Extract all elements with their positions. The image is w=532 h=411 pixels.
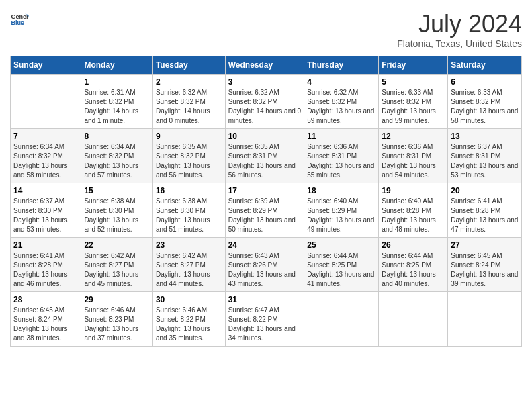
calendar-cell: 10 Sunrise: 6:35 AM Sunset: 8:31 PM Dayl… (225, 129, 304, 183)
calendar-cell: 2 Sunrise: 6:32 AM Sunset: 8:32 PM Dayli… (152, 75, 225, 129)
calendar-cell: 1 Sunrise: 6:31 AM Sunset: 8:32 PM Dayli… (81, 75, 152, 129)
title-area: July 2024 Flatonia, Texas, United States (397, 10, 522, 49)
day-number: 19 (382, 186, 445, 195)
col-saturday: Saturday (448, 56, 522, 75)
calendar-cell: 19 Sunrise: 6:40 AM Sunset: 8:28 PM Dayl… (379, 183, 448, 238)
calendar-week-row: 14 Sunrise: 6:37 AM Sunset: 8:30 PM Dayl… (11, 183, 522, 238)
logo-icon: General Blue (10, 10, 29, 29)
day-info: Sunrise: 6:40 AM Sunset: 8:29 PM Dayligh… (307, 197, 375, 234)
day-info: Sunrise: 6:37 AM Sunset: 8:30 PM Dayligh… (13, 197, 78, 234)
calendar-cell: 15 Sunrise: 6:38 AM Sunset: 8:30 PM Dayl… (81, 183, 152, 238)
day-number: 12 (382, 132, 445, 141)
calendar-table: Sunday Monday Tuesday Wednesday Thursday… (10, 56, 522, 347)
header-row: Sunday Monday Tuesday Wednesday Thursday… (11, 56, 522, 75)
day-number: 6 (451, 77, 519, 87)
calendar-week-row: 28 Sunrise: 6:45 AM Sunset: 8:24 PM Dayl… (11, 292, 522, 347)
day-info: Sunrise: 6:32 AM Sunset: 8:32 PM Dayligh… (156, 88, 222, 126)
day-info: Sunrise: 6:32 AM Sunset: 8:32 PM Dayligh… (228, 88, 302, 126)
col-sunday: Sunday (11, 56, 81, 75)
calendar-cell: 7 Sunrise: 6:34 AM Sunset: 8:32 PM Dayli… (11, 129, 81, 183)
day-number: 3 (228, 77, 302, 87)
calendar-cell: 22 Sunrise: 6:42 AM Sunset: 8:27 PM Dayl… (81, 238, 152, 292)
calendar-header: Sunday Monday Tuesday Wednesday Thursday… (11, 56, 522, 75)
day-number: 17 (228, 186, 302, 195)
calendar-cell: 20 Sunrise: 6:41 AM Sunset: 8:28 PM Dayl… (448, 183, 522, 238)
day-info: Sunrise: 6:46 AM Sunset: 8:23 PM Dayligh… (84, 306, 149, 343)
logo: General Blue (10, 10, 29, 29)
col-friday: Friday (379, 56, 448, 75)
calendar-cell: 30 Sunrise: 6:46 AM Sunset: 8:22 PM Dayl… (152, 292, 225, 347)
day-number: 16 (156, 186, 222, 195)
day-number: 9 (156, 132, 222, 141)
calendar-cell: 11 Sunrise: 6:36 AM Sunset: 8:31 PM Dayl… (304, 129, 379, 183)
calendar-cell: 13 Sunrise: 6:37 AM Sunset: 8:31 PM Dayl… (448, 129, 522, 183)
day-number: 14 (13, 186, 78, 195)
calendar-cell (448, 292, 522, 347)
day-number: 2 (156, 77, 222, 87)
svg-text:General: General (11, 13, 29, 20)
calendar-cell: 3 Sunrise: 6:32 AM Sunset: 8:32 PM Dayli… (225, 75, 304, 129)
calendar-cell: 27 Sunrise: 6:45 AM Sunset: 8:24 PM Dayl… (448, 238, 522, 292)
calendar-cell: 31 Sunrise: 6:47 AM Sunset: 8:22 PM Dayl… (225, 292, 304, 347)
day-info: Sunrise: 6:46 AM Sunset: 8:22 PM Dayligh… (156, 306, 222, 343)
day-info: Sunrise: 6:42 AM Sunset: 8:27 PM Dayligh… (84, 251, 149, 289)
day-info: Sunrise: 6:32 AM Sunset: 8:32 PM Dayligh… (307, 88, 375, 126)
calendar-cell: 23 Sunrise: 6:42 AM Sunset: 8:27 PM Dayl… (152, 238, 225, 292)
calendar-week-row: 21 Sunrise: 6:41 AM Sunset: 8:28 PM Dayl… (11, 238, 522, 292)
day-number: 30 (156, 295, 222, 304)
day-number: 15 (84, 186, 149, 195)
day-info: Sunrise: 6:37 AM Sunset: 8:31 PM Dayligh… (451, 142, 519, 180)
calendar-cell: 29 Sunrise: 6:46 AM Sunset: 8:23 PM Dayl… (81, 292, 152, 347)
day-number: 10 (228, 132, 302, 141)
calendar-cell: 25 Sunrise: 6:44 AM Sunset: 8:25 PM Dayl… (304, 238, 379, 292)
day-info: Sunrise: 6:43 AM Sunset: 8:26 PM Dayligh… (228, 251, 302, 289)
day-number: 27 (451, 240, 519, 250)
col-thursday: Thursday (304, 56, 379, 75)
day-info: Sunrise: 6:36 AM Sunset: 8:31 PM Dayligh… (382, 142, 445, 180)
location-subtitle: Flatonia, Texas, United States (397, 38, 522, 49)
day-info: Sunrise: 6:35 AM Sunset: 8:32 PM Dayligh… (156, 142, 222, 180)
day-number: 11 (307, 132, 375, 141)
day-info: Sunrise: 6:34 AM Sunset: 8:32 PM Dayligh… (13, 142, 78, 180)
day-info: Sunrise: 6:45 AM Sunset: 8:24 PM Dayligh… (13, 306, 78, 343)
day-number: 26 (382, 240, 445, 250)
day-number: 18 (307, 186, 375, 195)
calendar-cell: 26 Sunrise: 6:44 AM Sunset: 8:25 PM Dayl… (379, 238, 448, 292)
day-number: 25 (307, 240, 375, 250)
day-info: Sunrise: 6:34 AM Sunset: 8:32 PM Dayligh… (84, 142, 149, 180)
day-info: Sunrise: 6:35 AM Sunset: 8:31 PM Dayligh… (228, 142, 302, 180)
day-number: 7 (13, 132, 78, 141)
calendar-cell: 18 Sunrise: 6:40 AM Sunset: 8:29 PM Dayl… (304, 183, 379, 238)
day-number: 5 (382, 77, 445, 87)
calendar-cell (379, 292, 448, 347)
col-monday: Monday (81, 56, 152, 75)
calendar-cell: 28 Sunrise: 6:45 AM Sunset: 8:24 PM Dayl… (11, 292, 81, 347)
col-wednesday: Wednesday (225, 56, 304, 75)
day-info: Sunrise: 6:44 AM Sunset: 8:25 PM Dayligh… (382, 251, 445, 289)
calendar-cell: 21 Sunrise: 6:41 AM Sunset: 8:28 PM Dayl… (11, 238, 81, 292)
day-info: Sunrise: 6:41 AM Sunset: 8:28 PM Dayligh… (451, 197, 519, 234)
page-header: General Blue July 2024 Flatonia, Texas, … (10, 10, 522, 49)
day-info: Sunrise: 6:39 AM Sunset: 8:29 PM Dayligh… (228, 197, 302, 234)
calendar-cell: 14 Sunrise: 6:37 AM Sunset: 8:30 PM Dayl… (11, 183, 81, 238)
day-number: 29 (84, 295, 149, 304)
calendar-cell: 4 Sunrise: 6:32 AM Sunset: 8:32 PM Dayli… (304, 75, 379, 129)
svg-text:Blue: Blue (11, 19, 24, 26)
day-info: Sunrise: 6:31 AM Sunset: 8:32 PM Dayligh… (84, 88, 149, 126)
day-info: Sunrise: 6:45 AM Sunset: 8:24 PM Dayligh… (451, 251, 519, 289)
day-number: 13 (451, 132, 519, 141)
calendar-body: 1 Sunrise: 6:31 AM Sunset: 8:32 PM Dayli… (11, 75, 522, 347)
calendar-cell: 24 Sunrise: 6:43 AM Sunset: 8:26 PM Dayl… (225, 238, 304, 292)
day-info: Sunrise: 6:36 AM Sunset: 8:31 PM Dayligh… (307, 142, 375, 180)
calendar-cell: 16 Sunrise: 6:38 AM Sunset: 8:30 PM Dayl… (152, 183, 225, 238)
day-info: Sunrise: 6:44 AM Sunset: 8:25 PM Dayligh… (307, 251, 375, 289)
day-number: 23 (156, 240, 222, 250)
day-info: Sunrise: 6:33 AM Sunset: 8:32 PM Dayligh… (382, 88, 445, 126)
calendar-cell: 12 Sunrise: 6:36 AM Sunset: 8:31 PM Dayl… (379, 129, 448, 183)
day-info: Sunrise: 6:33 AM Sunset: 8:32 PM Dayligh… (451, 88, 519, 126)
day-number: 24 (228, 240, 302, 250)
calendar-cell: 17 Sunrise: 6:39 AM Sunset: 8:29 PM Dayl… (225, 183, 304, 238)
day-info: Sunrise: 6:47 AM Sunset: 8:22 PM Dayligh… (228, 306, 302, 343)
day-number: 22 (84, 240, 149, 250)
day-info: Sunrise: 6:38 AM Sunset: 8:30 PM Dayligh… (84, 197, 149, 234)
